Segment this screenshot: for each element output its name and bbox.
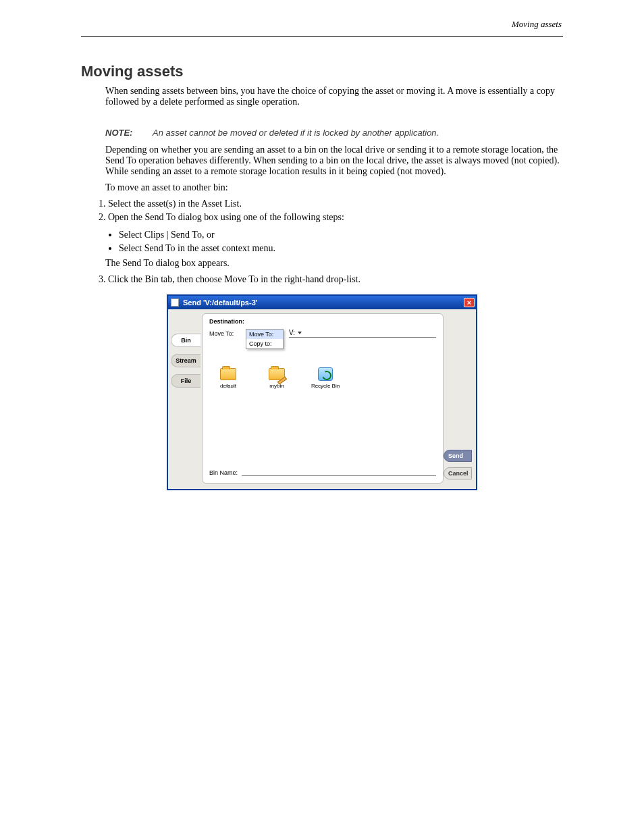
cancel-button[interactable]: Cancel (444, 467, 472, 479)
dropdown-option-moveto[interactable]: Move To: (246, 330, 283, 339)
header-rule (81, 36, 563, 37)
substep-2: Select Send To in the asset context menu… (119, 243, 563, 254)
dialog-main: Destination: Move To: Move To: Copy to: … (202, 313, 444, 484)
note-text: An asset cannot be moved or deleted if i… (153, 128, 563, 138)
bin-label: Recycle Bin (311, 383, 340, 389)
bin-icon-grid: default mybin Recycle Bin (212, 367, 436, 389)
binname-label: Bin Name: (209, 469, 238, 476)
step-2: Open the Send To dialog box using one of… (108, 212, 563, 223)
steps-intro: To move an asset to another bin: (105, 182, 563, 193)
step-3: Click the Bin tab, then choose Move To i… (108, 274, 563, 285)
bin-item-mybin[interactable]: mybin (261, 367, 293, 389)
substep-1: Select Clips | Send To, or (119, 230, 563, 240)
dialog-tabs: Bin Stream File (168, 309, 202, 489)
bin-item-recycle[interactable]: Recycle Bin (309, 367, 342, 389)
dialog-title: Send 'V:/default/ps-3' (183, 298, 464, 307)
section-title-moving-assets: Moving assets (81, 63, 563, 80)
page-header: Moving assets (81, 19, 563, 30)
bin-item-default[interactable]: default (212, 367, 244, 389)
recycle-bin-icon (318, 367, 333, 381)
steps-list: Select the asset(s) in the Asset List. O… (81, 199, 563, 223)
send-to-dialog-figure: Send 'V:/default/ps-3' × Bin Stream File… (167, 294, 477, 490)
dropdown-option-copyto[interactable]: Copy to: (246, 339, 283, 348)
binname-input[interactable] (242, 468, 436, 476)
moveto-label: Move To: (209, 329, 240, 337)
intro-paragraph: When sending assets between bins, you ha… (105, 86, 563, 107)
substeps-list: Select Clips | Send To, or Select Send T… (81, 230, 563, 254)
tab-bin[interactable]: Bin (171, 334, 200, 347)
dialog-titlebar[interactable]: Send 'V:/default/ps-3' × (168, 296, 476, 309)
tab-stream[interactable]: Stream (171, 354, 200, 367)
action-dropdown[interactable]: Move To: Copy to: (246, 329, 284, 349)
note-label: NOTE: (105, 128, 153, 138)
steps-list-cont: Click the Bin tab, then choose Move To i… (81, 274, 563, 285)
send-button[interactable]: Send (444, 450, 472, 462)
bin-label: default (220, 383, 236, 389)
tab-file[interactable]: File (171, 374, 200, 388)
bin-label: mybin (269, 383, 284, 389)
path-value: V: (289, 329, 295, 336)
note-block: NOTE: An asset cannot be moved or delete… (105, 128, 563, 138)
step-1: Select the asset(s) in the Asset List. (108, 199, 563, 209)
app-icon (171, 298, 179, 307)
chevron-down-icon (298, 332, 302, 334)
path-dropdown[interactable]: V: (289, 329, 436, 338)
folder-icon (220, 368, 236, 380)
destination-label: Destination: (209, 318, 436, 325)
send-to-dialog: Send 'V:/default/ps-3' × Bin Stream File… (167, 294, 477, 490)
paragraph-dialog-appears: The Send To dialog box appears. (105, 258, 563, 269)
folder-edit-icon (269, 368, 285, 380)
close-icon[interactable]: × (464, 298, 475, 307)
paragraph-behavior: Depending on whether you are sending an … (105, 145, 563, 177)
